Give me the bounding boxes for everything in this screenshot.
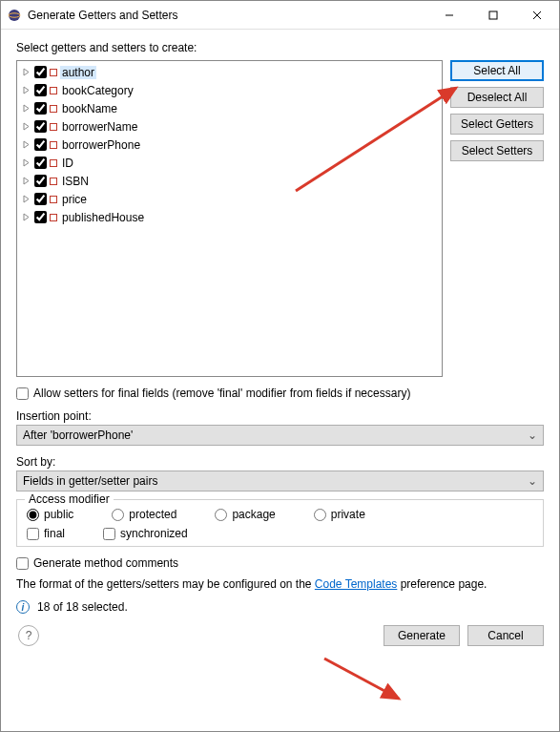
status-line: i 18 of 18 selected. — [16, 600, 544, 614]
tree-row[interactable]: bookName — [17, 99, 442, 117]
checkbox-synchronized[interactable]: synchronized — [103, 527, 188, 540]
insertion-point-combo[interactable]: After 'borrowerPhone'⌄ — [16, 425, 544, 446]
expand-icon[interactable] — [21, 103, 31, 114]
help-button[interactable]: ? — [18, 625, 39, 646]
tree-row[interactable]: borrowerName — [17, 117, 442, 136]
field-checkbox[interactable] — [34, 120, 47, 133]
field-label: bookCategory — [60, 84, 135, 97]
field-label: price — [60, 193, 89, 206]
field-icon — [50, 214, 57, 221]
insertion-point-label: Insertion point: — [16, 409, 544, 423]
field-icon — [50, 105, 57, 113]
chevron-down-icon: ⌄ — [528, 429, 537, 442]
select-all-button[interactable]: Select All — [450, 60, 544, 81]
code-templates-link[interactable]: Code Templates — [315, 577, 398, 591]
expand-icon[interactable] — [21, 85, 31, 95]
field-label: borrowerName — [60, 120, 139, 134]
chevron-down-icon: ⌄ — [528, 474, 537, 488]
expand-icon[interactable] — [21, 194, 31, 204]
field-checkbox[interactable] — [34, 138, 47, 151]
field-checkbox[interactable] — [34, 193, 47, 205]
tree-row[interactable]: author — [17, 63, 442, 81]
expand-icon[interactable] — [21, 139, 31, 150]
access-legend: Access modifier — [25, 492, 114, 506]
field-checkbox[interactable] — [34, 157, 47, 169]
format-info: The format of the getters/setters may be… — [16, 577, 544, 591]
info-icon: i — [16, 600, 30, 614]
expand-icon[interactable] — [21, 67, 31, 77]
field-checkbox[interactable] — [34, 66, 47, 78]
expand-icon[interactable] — [21, 121, 31, 132]
tree-row[interactable]: publishedHouse — [17, 208, 442, 226]
generate-button[interactable]: Generate — [384, 625, 460, 646]
select-getters-button[interactable]: Select Getters — [450, 114, 544, 135]
field-checkbox[interactable] — [34, 102, 47, 115]
cancel-button[interactable]: Cancel — [467, 625, 544, 646]
field-icon — [50, 87, 57, 94]
titlebar: Generate Getters and Setters — [1, 1, 559, 30]
field-icon — [50, 141, 57, 149]
access-modifier-group: Access modifier public protected package… — [16, 499, 544, 547]
maximize-button[interactable] — [471, 1, 515, 30]
radio-protected[interactable]: protected — [112, 508, 176, 521]
sort-by-label: Sort by: — [16, 455, 544, 469]
instruction-label: Select getters and setters to create: — [16, 41, 544, 54]
tree-row[interactable]: borrowerPhone — [17, 136, 442, 154]
svg-point-0 — [9, 10, 20, 21]
field-label: ISBN — [60, 175, 91, 188]
tree-row[interactable]: price — [17, 190, 442, 208]
window-title: Generate Getters and Setters — [28, 9, 427, 22]
field-icon — [50, 159, 57, 167]
radio-public[interactable]: public — [27, 508, 73, 521]
field-checkbox[interactable] — [34, 211, 47, 223]
field-checkbox[interactable] — [34, 175, 47, 187]
field-label: borrowerPhone — [60, 138, 142, 152]
eclipse-icon — [7, 8, 22, 23]
field-icon — [50, 196, 57, 203]
field-icon — [50, 123, 57, 131]
field-checkbox[interactable] — [34, 84, 47, 96]
select-setters-button[interactable]: Select Setters — [450, 140, 544, 161]
fields-tree[interactable]: authorbookCategorybookNameborrowerNamebo… — [16, 60, 443, 377]
tree-row[interactable]: ISBN — [17, 172, 442, 190]
field-label: ID — [60, 157, 75, 170]
tree-row[interactable]: ID — [17, 154, 442, 172]
field-label: publishedHouse — [60, 211, 146, 224]
checkbox-final[interactable]: final — [27, 527, 65, 540]
radio-package[interactable]: package — [215, 508, 275, 521]
generate-comments-checkbox[interactable]: Generate method comments — [16, 556, 544, 570]
sort-by-combo[interactable]: Fields in getter/setter pairs⌄ — [16, 471, 544, 491]
field-label: author — [60, 66, 96, 79]
minimize-button[interactable] — [427, 1, 471, 30]
tree-row[interactable]: bookCategory — [17, 81, 442, 99]
field-icon — [50, 178, 57, 185]
field-label: bookName — [60, 102, 119, 115]
svg-rect-3 — [489, 11, 497, 19]
radio-private[interactable]: private — [314, 508, 365, 521]
deselect-all-button[interactable]: Deselect All — [450, 87, 544, 108]
allow-final-checkbox[interactable]: Allow setters for final fields (remove '… — [16, 387, 544, 400]
expand-icon[interactable] — [21, 157, 31, 168]
field-icon — [50, 69, 57, 76]
expand-icon[interactable] — [21, 212, 31, 222]
expand-icon[interactable] — [21, 176, 31, 186]
close-button[interactable] — [515, 1, 559, 30]
